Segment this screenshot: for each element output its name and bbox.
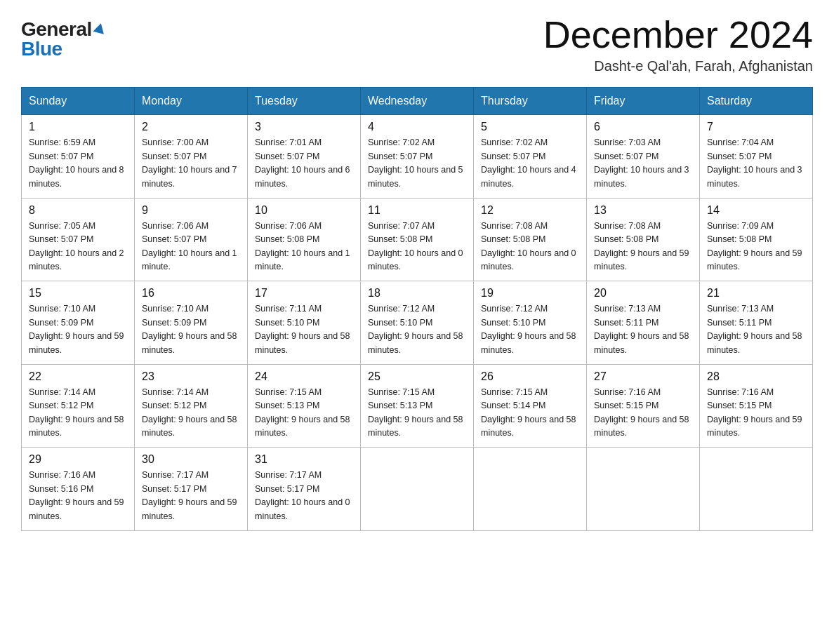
weekday-header-sunday: Sunday bbox=[22, 88, 135, 115]
day-info: Sunrise: 7:04 AMSunset: 5:07 PMDaylight:… bbox=[707, 136, 805, 191]
logo-blue-text: Blue bbox=[21, 39, 62, 59]
day-info: Sunrise: 7:08 AMSunset: 5:08 PMDaylight:… bbox=[481, 220, 579, 274]
day-number: 23 bbox=[142, 370, 240, 383]
calendar-week-row: 1Sunrise: 6:59 AMSunset: 5:07 PMDaylight… bbox=[22, 115, 813, 199]
title-area: December 2024 Dasht-e Qal'ah, Farah, Afg… bbox=[543, 14, 813, 74]
day-info: Sunrise: 7:14 AMSunset: 5:12 PMDaylight:… bbox=[29, 386, 127, 441]
day-info: Sunrise: 7:13 AMSunset: 5:11 PMDaylight:… bbox=[594, 302, 692, 357]
day-number: 8 bbox=[29, 204, 127, 217]
calendar-cell: 27Sunrise: 7:16 AMSunset: 5:15 PMDayligh… bbox=[587, 364, 700, 448]
weekday-header-friday: Friday bbox=[587, 88, 700, 115]
day-number: 14 bbox=[707, 204, 805, 217]
calendar-week-row: 22Sunrise: 7:14 AMSunset: 5:12 PMDayligh… bbox=[22, 364, 813, 448]
day-info: Sunrise: 7:08 AMSunset: 5:08 PMDaylight:… bbox=[594, 220, 692, 274]
calendar-cell: 26Sunrise: 7:15 AMSunset: 5:14 PMDayligh… bbox=[474, 364, 587, 448]
day-number: 6 bbox=[594, 121, 692, 133]
calendar-cell: 25Sunrise: 7:15 AMSunset: 5:13 PMDayligh… bbox=[361, 364, 474, 448]
day-info: Sunrise: 7:07 AMSunset: 5:08 PMDaylight:… bbox=[368, 220, 466, 274]
day-number: 16 bbox=[142, 287, 240, 300]
day-info: Sunrise: 7:15 AMSunset: 5:13 PMDaylight:… bbox=[368, 386, 466, 441]
weekday-header-wednesday: Wednesday bbox=[361, 88, 474, 115]
day-info: Sunrise: 7:05 AMSunset: 5:07 PMDaylight:… bbox=[29, 220, 127, 274]
day-info: Sunrise: 6:59 AMSunset: 5:07 PMDaylight:… bbox=[29, 136, 127, 191]
day-info: Sunrise: 7:01 AMSunset: 5:07 PMDaylight:… bbox=[255, 136, 353, 191]
calendar-cell: 15Sunrise: 7:10 AMSunset: 5:09 PMDayligh… bbox=[22, 281, 135, 365]
day-info: Sunrise: 7:02 AMSunset: 5:07 PMDaylight:… bbox=[481, 136, 579, 191]
day-number: 22 bbox=[29, 370, 127, 383]
calendar-cell: 10Sunrise: 7:06 AMSunset: 5:08 PMDayligh… bbox=[248, 198, 361, 281]
day-number: 2 bbox=[142, 121, 240, 133]
calendar-cell: 1Sunrise: 6:59 AMSunset: 5:07 PMDaylight… bbox=[22, 115, 135, 199]
calendar-cell: 20Sunrise: 7:13 AMSunset: 5:11 PMDayligh… bbox=[587, 281, 700, 365]
day-number: 24 bbox=[255, 370, 353, 383]
calendar-week-row: 8Sunrise: 7:05 AMSunset: 5:07 PMDaylight… bbox=[22, 198, 813, 281]
day-info: Sunrise: 7:06 AMSunset: 5:07 PMDaylight:… bbox=[142, 220, 240, 274]
calendar-cell bbox=[700, 448, 813, 531]
day-info: Sunrise: 7:00 AMSunset: 5:07 PMDaylight:… bbox=[142, 136, 240, 191]
day-number: 27 bbox=[594, 370, 692, 383]
day-number: 10 bbox=[255, 204, 353, 217]
day-number: 17 bbox=[255, 287, 353, 300]
calendar-cell: 5Sunrise: 7:02 AMSunset: 5:07 PMDaylight… bbox=[474, 115, 587, 199]
calendar-cell bbox=[474, 448, 587, 531]
day-number: 25 bbox=[368, 370, 466, 383]
weekday-header-tuesday: Tuesday bbox=[248, 88, 361, 115]
calendar-cell: 12Sunrise: 7:08 AMSunset: 5:08 PMDayligh… bbox=[474, 198, 587, 281]
calendar-cell: 14Sunrise: 7:09 AMSunset: 5:08 PMDayligh… bbox=[700, 198, 813, 281]
day-info: Sunrise: 7:17 AMSunset: 5:17 PMDaylight:… bbox=[255, 469, 353, 523]
day-number: 21 bbox=[707, 287, 805, 300]
location-subtitle: Dasht-e Qal'ah, Farah, Afghanistan bbox=[543, 58, 813, 74]
calendar-cell: 23Sunrise: 7:14 AMSunset: 5:12 PMDayligh… bbox=[135, 364, 248, 448]
day-number: 29 bbox=[29, 453, 127, 466]
day-number: 30 bbox=[142, 453, 240, 466]
day-info: Sunrise: 7:16 AMSunset: 5:15 PMDaylight:… bbox=[707, 386, 805, 441]
day-info: Sunrise: 7:03 AMSunset: 5:07 PMDaylight:… bbox=[594, 136, 692, 191]
day-info: Sunrise: 7:12 AMSunset: 5:10 PMDaylight:… bbox=[368, 302, 466, 357]
page-header: General Blue December 2024 Dasht-e Qal'a… bbox=[21, 14, 813, 74]
logo-general-text: General bbox=[21, 20, 92, 39]
month-title: December 2024 bbox=[543, 14, 813, 55]
day-number: 19 bbox=[481, 287, 579, 300]
day-info: Sunrise: 7:10 AMSunset: 5:09 PMDaylight:… bbox=[29, 302, 127, 357]
day-info: Sunrise: 7:16 AMSunset: 5:15 PMDaylight:… bbox=[594, 386, 692, 441]
weekday-header-thursday: Thursday bbox=[474, 88, 587, 115]
calendar-cell: 18Sunrise: 7:12 AMSunset: 5:10 PMDayligh… bbox=[361, 281, 474, 365]
calendar-cell: 17Sunrise: 7:11 AMSunset: 5:10 PMDayligh… bbox=[248, 281, 361, 365]
calendar-cell bbox=[587, 448, 700, 531]
logo: General Blue bbox=[21, 20, 105, 59]
weekday-header-saturday: Saturday bbox=[700, 88, 813, 115]
day-info: Sunrise: 7:02 AMSunset: 5:07 PMDaylight:… bbox=[368, 136, 466, 191]
calendar-cell: 9Sunrise: 7:06 AMSunset: 5:07 PMDaylight… bbox=[135, 198, 248, 281]
calendar-cell: 22Sunrise: 7:14 AMSunset: 5:12 PMDayligh… bbox=[22, 364, 135, 448]
day-number: 28 bbox=[707, 370, 805, 383]
day-number: 3 bbox=[255, 121, 353, 133]
calendar-cell: 4Sunrise: 7:02 AMSunset: 5:07 PMDaylight… bbox=[361, 115, 474, 199]
day-number: 1 bbox=[29, 121, 127, 133]
day-number: 18 bbox=[368, 287, 466, 300]
day-info: Sunrise: 7:15 AMSunset: 5:14 PMDaylight:… bbox=[481, 386, 579, 441]
day-info: Sunrise: 7:15 AMSunset: 5:13 PMDaylight:… bbox=[255, 386, 353, 441]
day-info: Sunrise: 7:16 AMSunset: 5:16 PMDaylight:… bbox=[29, 469, 127, 523]
weekday-header-monday: Monday bbox=[135, 88, 248, 115]
calendar-cell: 21Sunrise: 7:13 AMSunset: 5:11 PMDayligh… bbox=[700, 281, 813, 365]
calendar-cell: 19Sunrise: 7:12 AMSunset: 5:10 PMDayligh… bbox=[474, 281, 587, 365]
calendar-cell: 31Sunrise: 7:17 AMSunset: 5:17 PMDayligh… bbox=[248, 448, 361, 531]
calendar-cell: 11Sunrise: 7:07 AMSunset: 5:08 PMDayligh… bbox=[361, 198, 474, 281]
day-info: Sunrise: 7:13 AMSunset: 5:11 PMDaylight:… bbox=[707, 302, 805, 357]
calendar-cell: 3Sunrise: 7:01 AMSunset: 5:07 PMDaylight… bbox=[248, 115, 361, 199]
day-number: 13 bbox=[594, 204, 692, 217]
calendar-cell: 7Sunrise: 7:04 AMSunset: 5:07 PMDaylight… bbox=[700, 115, 813, 199]
day-number: 5 bbox=[481, 121, 579, 133]
day-info: Sunrise: 7:14 AMSunset: 5:12 PMDaylight:… bbox=[142, 386, 240, 441]
day-number: 7 bbox=[707, 121, 805, 133]
calendar-cell: 13Sunrise: 7:08 AMSunset: 5:08 PMDayligh… bbox=[587, 198, 700, 281]
day-number: 9 bbox=[142, 204, 240, 217]
calendar-cell: 16Sunrise: 7:10 AMSunset: 5:09 PMDayligh… bbox=[135, 281, 248, 365]
calendar-table: SundayMondayTuesdayWednesdayThursdayFrid… bbox=[21, 87, 813, 531]
day-number: 11 bbox=[368, 204, 466, 217]
day-info: Sunrise: 7:10 AMSunset: 5:09 PMDaylight:… bbox=[142, 302, 240, 357]
day-info: Sunrise: 7:17 AMSunset: 5:17 PMDaylight:… bbox=[142, 469, 240, 523]
day-info: Sunrise: 7:12 AMSunset: 5:10 PMDaylight:… bbox=[481, 302, 579, 357]
day-number: 20 bbox=[594, 287, 692, 300]
day-info: Sunrise: 7:06 AMSunset: 5:08 PMDaylight:… bbox=[255, 220, 353, 274]
